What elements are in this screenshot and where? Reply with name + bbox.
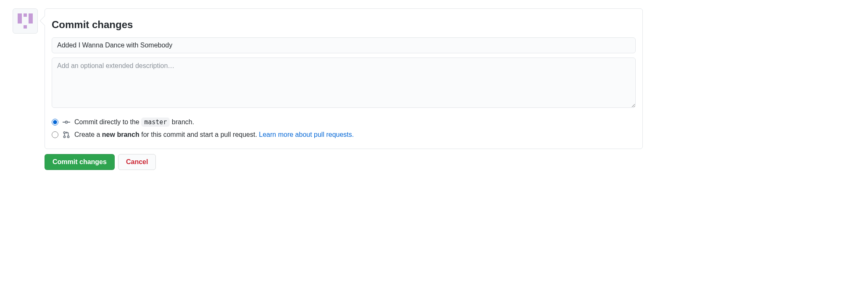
commit-panel: Commit changes Commit directly to the ma… [45,8,643,149]
svg-rect-3 [24,25,27,29]
svg-point-9 [67,136,69,138]
svg-point-4 [65,121,67,123]
git-commit-icon [63,118,70,126]
svg-point-7 [63,132,65,133]
svg-point-8 [63,136,65,138]
commit-newbranch-radio[interactable] [52,131,58,138]
commit-newbranch-option[interactable]: Create a new branch for this commit and … [52,128,636,141]
commit-newbranch-label: Create a new branch for this commit and … [74,131,354,139]
commit-direct-radio[interactable] [52,119,58,125]
commit-button[interactable]: Commit changes [45,154,115,170]
branch-chip: master [141,118,170,127]
identicon-icon [16,12,34,30]
cancel-button[interactable]: Cancel [118,154,156,170]
svg-rect-2 [24,13,27,17]
commit-summary-input[interactable] [52,37,636,53]
svg-rect-0 [18,13,22,24]
learn-more-link[interactable]: Learn more about pull requests. [259,131,354,138]
commit-direct-label: Commit directly to the master branch. [74,118,194,126]
commit-direct-option[interactable]: Commit directly to the master branch. [52,116,636,128]
panel-title: Commit changes [52,19,636,31]
avatar [13,8,38,34]
commit-target-options: Commit directly to the master branch. Cr… [52,116,636,141]
commit-description-textarea[interactable] [52,58,636,108]
git-pull-request-icon [63,131,70,139]
action-bar: Commit changes Cancel [45,154,643,170]
svg-rect-1 [29,13,33,24]
